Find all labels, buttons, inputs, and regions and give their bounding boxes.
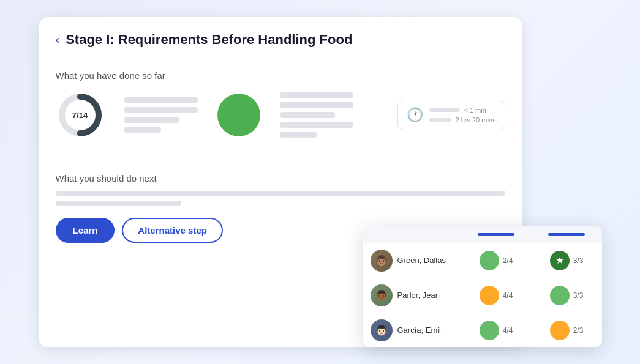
learn-button[interactable]: Learn <box>56 218 115 243</box>
score-cell: 2/4 <box>461 245 532 277</box>
donut-label: 7/14 <box>72 110 88 119</box>
timer-text-1: < 1 min <box>464 106 486 114</box>
progress-fill <box>56 191 236 196</box>
section2-label: What you should do next <box>56 173 505 184</box>
score-dot <box>480 286 499 305</box>
clock-icon: 🕐 <box>407 107 423 123</box>
scene: ‹ Stage I: Requirements Before Handling … <box>39 17 602 347</box>
placeholder-line <box>280 112 335 118</box>
person-cell: 👨🏾 Parlor, Jean <box>363 278 461 313</box>
timer-row-2: 2 hrs 20 mins <box>429 116 495 124</box>
next-progress-bar <box>56 191 505 196</box>
placeholder-line <box>280 132 317 138</box>
score-badge: 2/3 <box>573 326 584 335</box>
timer-row-1: < 1 min <box>429 106 495 114</box>
table-row: 👨🏻 García, Emil 4/4 2/3 <box>363 313 602 347</box>
back-arrow[interactable]: ‹ <box>56 32 60 46</box>
completion-circle <box>217 94 260 136</box>
score-dot <box>550 286 570 305</box>
person-cell: 👨🏻 García, Emil <box>363 313 461 347</box>
avatar: 👨🏾 <box>371 284 393 306</box>
timer-info: < 1 min 2 hrs 20 mins <box>429 106 495 124</box>
score-cell: 3/3 <box>532 280 602 311</box>
timer-bar <box>429 108 460 112</box>
person-name: García, Emil <box>397 325 442 335</box>
star-circle: ★ <box>550 251 570 270</box>
page-title: Stage I: Requirements Before Handling Fo… <box>66 32 352 48</box>
header-cell-col3 <box>532 226 602 243</box>
placeholder-line <box>124 97 198 103</box>
person-name: Green, Dallas <box>397 256 446 265</box>
score-cell: ★ 3/3 <box>532 245 602 277</box>
score-cell: 4/4 <box>461 280 532 311</box>
section1-label: What you have done so far <box>56 70 505 81</box>
placeholder-line <box>280 102 353 108</box>
avatar: 👨🏽 <box>371 250 393 272</box>
score-badge: 4/4 <box>503 326 513 335</box>
placeholder-line <box>280 92 353 98</box>
section-progress: What you have done so far 7/14 <box>39 58 522 157</box>
score-badge: 2/4 <box>503 256 513 265</box>
avatar-image: 👨🏻 <box>375 324 388 336</box>
placeholder-line <box>124 107 198 113</box>
score-dot <box>480 251 499 270</box>
text-placeholder-2 <box>280 92 353 138</box>
header-indicator <box>478 233 514 236</box>
header-indicator <box>548 233 585 236</box>
progress-row: 7/14 <box>56 91 505 139</box>
placeholder-line <box>124 117 179 123</box>
text-placeholder-1 <box>124 97 198 133</box>
header-cell-name <box>363 226 461 243</box>
card-header: ‹ Stage I: Requirements Before Handling … <box>39 17 522 58</box>
placeholder-line <box>280 122 353 128</box>
score-cell: 4/4 <box>461 314 532 346</box>
avatar-image: 👨🏽 <box>375 254 388 266</box>
header-cell-col2 <box>461 226 532 243</box>
donut-chart: 7/14 <box>56 91 105 139</box>
table-row: 👨🏽 Green, Dallas 2/4 ★ 3/3 <box>363 243 602 278</box>
placeholder-line <box>124 127 161 133</box>
score-cell: 2/3 <box>532 314 602 346</box>
score-badge: 3/3 <box>573 256 584 265</box>
score-badge: 4/4 <box>503 291 513 300</box>
table-header <box>363 226 602 243</box>
score-badge: 3/3 <box>573 291 584 300</box>
avatar-image: 👨🏾 <box>375 289 388 301</box>
table-row: 👨🏾 Parlor, Jean 4/4 3/3 <box>363 278 602 313</box>
score-dot <box>480 321 499 340</box>
timer-card: 🕐 < 1 min 2 hrs 20 mins <box>397 100 505 130</box>
person-cell: 👨🏽 Green, Dallas <box>363 243 461 278</box>
person-name: Parlor, Jean <box>397 291 440 300</box>
scores-table: 👨🏽 Green, Dallas 2/4 ★ 3/3 👨🏾 Parlor, Je… <box>363 226 602 347</box>
alternative-step-button[interactable]: Alternative step <box>122 218 223 243</box>
avatar: 👨🏻 <box>371 319 393 341</box>
score-dot <box>550 321 570 340</box>
timer-bar <box>429 118 451 122</box>
sub-bar <box>56 201 182 206</box>
timer-text-2: 2 hrs 20 mins <box>455 116 495 124</box>
